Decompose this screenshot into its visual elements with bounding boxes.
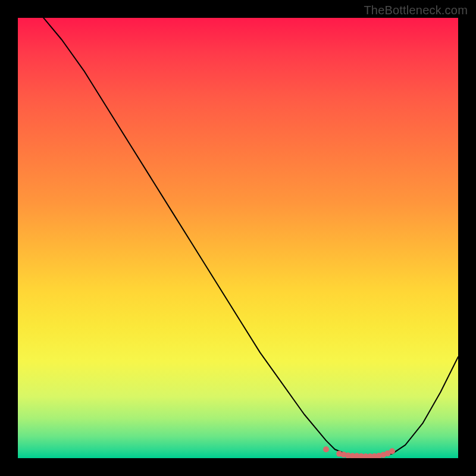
chart-root: TheBottleneck.com bbox=[0, 0, 476, 476]
data-point bbox=[323, 446, 329, 452]
scatter-dots bbox=[18, 18, 458, 458]
data-point bbox=[389, 448, 395, 454]
plot-area bbox=[18, 18, 458, 458]
watermark: TheBottleneck.com bbox=[364, 4, 468, 17]
